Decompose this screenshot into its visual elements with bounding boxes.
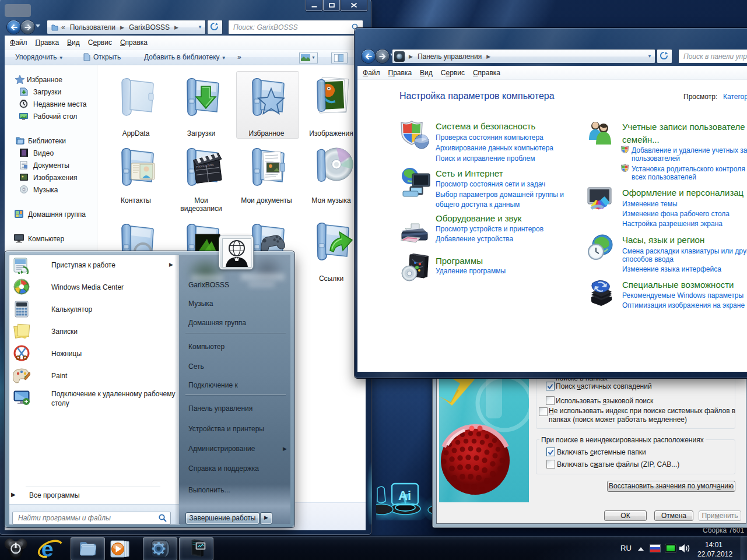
svg-text:Ai: Ai — [398, 488, 411, 503]
